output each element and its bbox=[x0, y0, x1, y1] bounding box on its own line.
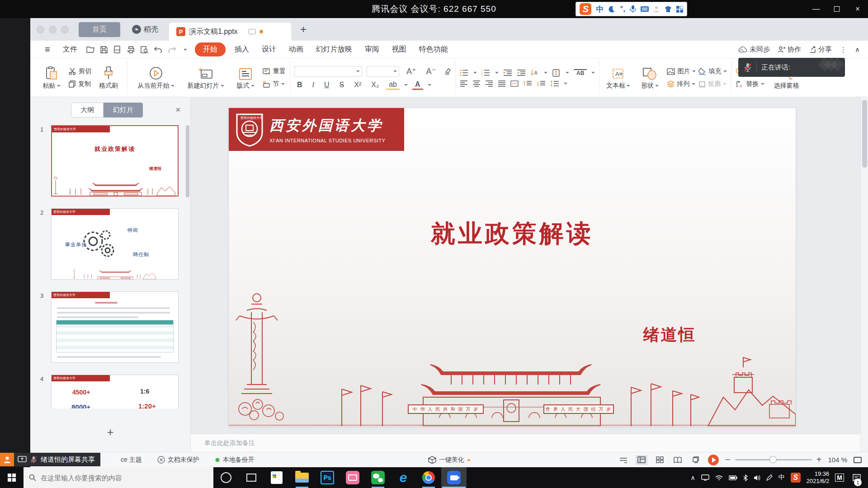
menu-item-6[interactable]: 视图 bbox=[386, 42, 413, 56]
notes-bar[interactable]: 单击此处添加备注 bbox=[191, 434, 860, 452]
slide-sorter-icon[interactable] bbox=[654, 455, 665, 465]
collapse-ribbon-icon[interactable]: ∧ bbox=[855, 46, 860, 54]
sogou-ime-toolbar[interactable]: S 中 °, bbox=[576, 2, 687, 16]
reading-view-icon[interactable] bbox=[672, 455, 684, 465]
taskbar-photoshop[interactable]: Ps bbox=[315, 467, 340, 488]
zoom-percent[interactable]: 104 % bbox=[828, 456, 847, 464]
tray-sogou-icon[interactable]: S bbox=[791, 473, 801, 483]
format-painter-button[interactable]: 格式刷 bbox=[94, 66, 123, 90]
taskbar-task-view[interactable] bbox=[239, 467, 264, 488]
font-color-button[interactable]: A bbox=[412, 80, 423, 90]
copy-button[interactable]: 复制 bbox=[69, 80, 91, 88]
textbox-button[interactable]: A≡ 文本框 bbox=[604, 66, 632, 90]
tab-home[interactable]: 首页 bbox=[79, 22, 120, 37]
text-direction-dropdown-icon[interactable] bbox=[544, 72, 547, 74]
justify-icon[interactable] bbox=[498, 80, 506, 87]
new-tab-button[interactable]: + bbox=[300, 23, 307, 36]
ime-keyboard-icon[interactable] bbox=[641, 6, 649, 12]
char-spacing-dropdown-icon[interactable] bbox=[591, 72, 595, 74]
taskbar-explorer[interactable] bbox=[289, 467, 315, 488]
print-preview-icon[interactable] bbox=[139, 45, 150, 55]
taskbar-tencent-meeting[interactable] bbox=[441, 467, 467, 488]
hamburger-menu-icon[interactable]: ≡ bbox=[38, 42, 57, 57]
tray-battery-icon[interactable] bbox=[729, 475, 737, 480]
minimize-button[interactable]: — bbox=[806, 0, 826, 18]
slide-thumbnail-3[interactable]: 3 西安外国语大学 bbox=[51, 291, 185, 363]
beautify-button[interactable]: 一键美化 bbox=[428, 456, 471, 464]
editing-canvas[interactable]: 西安外国语大学 西安外国语大学 XI'AN INTERNATIONAL STUD… bbox=[191, 97, 860, 434]
tab-document[interactable]: P 演示文稿1.pptx bbox=[169, 23, 291, 41]
tray-bluetooth-icon[interactable] bbox=[743, 474, 748, 481]
tray-volume-icon[interactable] bbox=[754, 475, 760, 481]
sogou-logo-icon[interactable]: S bbox=[580, 3, 591, 15]
font-family-select[interactable] bbox=[294, 66, 362, 77]
local-backup-status[interactable]: 本地备份开 bbox=[215, 456, 255, 464]
text-direction-icon[interactable]: A bbox=[530, 69, 539, 77]
tray-monitor-icon[interactable] bbox=[701, 474, 709, 481]
shapes-button[interactable]: 形状 bbox=[635, 66, 664, 90]
section-button[interactable]: 节 bbox=[263, 80, 286, 88]
picture-button[interactable]: 图片 bbox=[667, 67, 696, 75]
ime-punctuation-icon[interactable]: °, bbox=[620, 5, 625, 14]
fill-button[interactable]: 填充 bbox=[698, 67, 727, 75]
highlight-dropdown-icon[interactable] bbox=[404, 84, 408, 86]
share-button[interactable]: 分享 bbox=[809, 45, 832, 54]
bold-button[interactable]: B bbox=[294, 81, 305, 89]
theme-status[interactable]: ce 主题 bbox=[121, 456, 142, 464]
add-slide-button[interactable]: + bbox=[30, 425, 190, 439]
increase-font-button[interactable]: A⁺ bbox=[404, 66, 419, 76]
start-button[interactable] bbox=[0, 467, 24, 488]
clear-format-icon[interactable] bbox=[443, 68, 451, 75]
menu-item-1[interactable]: 插入 bbox=[228, 42, 255, 56]
tab-outline[interactable]: 大纲 bbox=[71, 103, 104, 117]
slide-thumbnail-4[interactable]: 4 西安外国语大学 4500+ 8000+ 2500+ 1:6 1:20+ 1、… bbox=[51, 375, 185, 408]
slide-thumbnail-2[interactable]: 2 西安外国语大学 特岗 事业单位 聘任制 bbox=[51, 208, 185, 280]
zoom-out-button[interactable]: − bbox=[725, 455, 731, 465]
tray-pen-icon[interactable] bbox=[766, 474, 773, 481]
taskbar-store[interactable] bbox=[264, 467, 289, 488]
slideshow-play-button[interactable] bbox=[708, 455, 719, 465]
tray-network-icon[interactable] bbox=[715, 475, 723, 481]
ime-skin-person-icon[interactable] bbox=[653, 6, 660, 13]
taskbar-wechat[interactable] bbox=[365, 467, 391, 488]
redo-icon[interactable] bbox=[166, 45, 177, 55]
ime-language-toggle[interactable]: 中 bbox=[596, 4, 604, 14]
tray-ime-language[interactable]: 中 bbox=[778, 474, 785, 482]
numbered-dropdown-icon[interactable] bbox=[495, 72, 499, 74]
normal-view-icon[interactable] bbox=[636, 455, 647, 465]
menu-item-4[interactable]: 幻灯片放映 bbox=[310, 42, 359, 56]
undo-icon[interactable] bbox=[153, 45, 164, 55]
tab-slides[interactable]: 幻灯片 bbox=[104, 103, 143, 117]
open-icon[interactable] bbox=[85, 45, 96, 55]
increase-indent-icon[interactable] bbox=[517, 69, 526, 76]
zoom-in-button[interactable]: + bbox=[816, 455, 822, 465]
canvas-scrollbar[interactable] bbox=[860, 97, 868, 452]
close-button[interactable]: × bbox=[847, 0, 868, 18]
bullet-list-icon[interactable] bbox=[460, 69, 469, 76]
align-right-icon[interactable] bbox=[485, 80, 493, 87]
more-menu-icon[interactable]: ⋮ bbox=[840, 46, 847, 54]
scrollbar-thumb[interactable] bbox=[862, 100, 867, 168]
distribute-icon[interactable] bbox=[510, 80, 519, 87]
reset-button[interactable]: 重置 bbox=[263, 67, 286, 75]
ime-toolbox-icon[interactable] bbox=[676, 6, 683, 13]
align-left-icon[interactable] bbox=[460, 80, 468, 87]
notes-toggle-icon[interactable] bbox=[618, 455, 629, 465]
sync-status[interactable]: 未同步 bbox=[738, 45, 770, 54]
taskbar-chrome[interactable] bbox=[416, 467, 441, 488]
font-color-dropdown-icon[interactable] bbox=[428, 84, 431, 86]
numbered-list-icon[interactable]: 123 bbox=[481, 69, 491, 76]
slide-thumbnail-1[interactable]: 1 西安外国语大学 就业政策解读 绪道恒 bbox=[51, 125, 185, 197]
paste-button[interactable]: 粘贴 bbox=[37, 66, 66, 90]
tab-docer[interactable]: ❧ 稻壳 bbox=[132, 25, 158, 34]
panel-scrollbar[interactable] bbox=[186, 125, 189, 197]
taskbar-ie[interactable]: e bbox=[391, 467, 416, 488]
ime-moon-icon[interactable] bbox=[608, 5, 615, 13]
ime-skin-icon[interactable] bbox=[665, 6, 672, 13]
align-text-dropdown-icon[interactable] bbox=[566, 72, 569, 74]
taskbar-search[interactable] bbox=[24, 467, 213, 488]
menu-item-5[interactable]: 审阅 bbox=[359, 42, 386, 56]
taskbar-bilibili[interactable] bbox=[340, 467, 365, 488]
menu-item-0[interactable]: 开始 bbox=[195, 42, 226, 56]
panel-close-icon[interactable]: × bbox=[175, 105, 180, 115]
